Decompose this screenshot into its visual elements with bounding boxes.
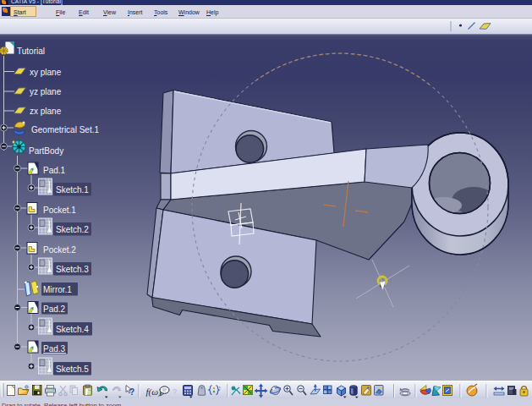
svg-text:Tutorial: Tutorial — [17, 47, 45, 56]
svg-text:°: ° — [219, 386, 222, 391]
svg-text:?: ? — [129, 387, 134, 397]
svg-text:xy plane: xy plane — [30, 68, 62, 77]
svg-text:Sketch.3: Sketch.3 — [56, 265, 89, 274]
svg-text:Sketch.5: Sketch.5 — [56, 365, 89, 374]
svg-text:Pad.1: Pad.1 — [43, 166, 66, 175]
svg-text:Sketch.2: Sketch.2 — [56, 225, 89, 234]
svg-text:Pocket.1: Pocket.1 — [43, 206, 76, 215]
svg-text:Geometrical Set.1: Geometrical Set.1 — [31, 125, 99, 134]
svg-text:f(ω): f(ω) — [146, 387, 162, 398]
svg-text:Sketch.4: Sketch.4 — [56, 325, 89, 334]
svg-text:Sketch.1: Sketch.1 — [56, 185, 89, 195]
svg-text:?: ? — [173, 387, 177, 396]
svg-text:Pocket.2: Pocket.2 — [43, 245, 76, 255]
svg-text:Pad.2: Pad.2 — [43, 304, 66, 314]
svg-text:yz plane: yz plane — [30, 87, 62, 96]
svg-text:zx plane: zx plane — [30, 107, 62, 116]
svg-text:Mirror.1: Mirror.1 — [43, 285, 72, 294]
svg-text:Pad.3: Pad.3 — [43, 344, 66, 354]
svg-text:PartBody: PartBody — [29, 146, 63, 156]
